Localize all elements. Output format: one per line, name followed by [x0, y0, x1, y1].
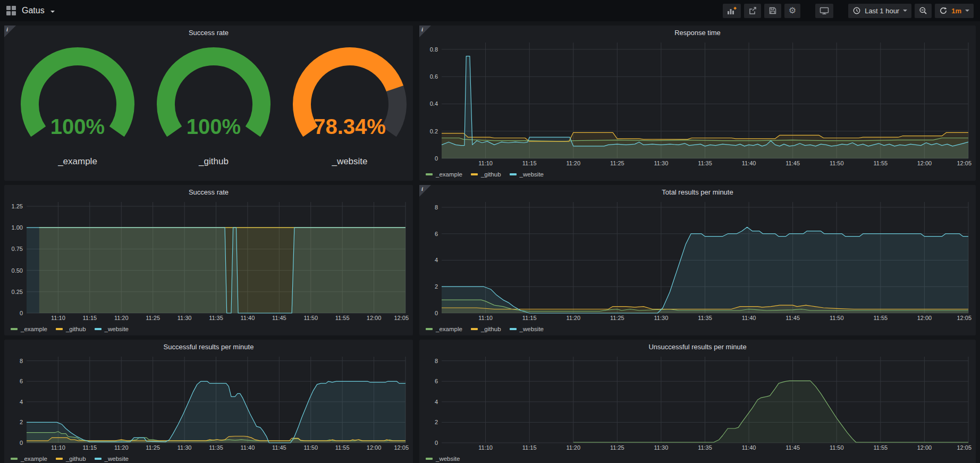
- dashboard-title[interactable]: Gatus: [22, 6, 45, 15]
- chart-canvas[interactable]: 11:1011:1511:2011:2511:3011:3511:4011:45…: [423, 353, 973, 451]
- panel-title[interactable]: Successful results per minute: [4, 340, 413, 353]
- svg-text:4: 4: [20, 399, 23, 405]
- gauge-arc: 78.34%: [282, 41, 418, 154]
- caret-down-icon: [50, 11, 55, 13]
- legend-item[interactable]: _website: [426, 456, 460, 462]
- legend-swatch-icon: [56, 328, 63, 330]
- svg-text:11:25: 11:25: [610, 315, 624, 321]
- panel-success-rate-gauges: i Success rate 100% _example 100% _githu…: [4, 26, 413, 181]
- panel-successful-results: i Successful results per minute 11:1011:…: [4, 340, 413, 463]
- svg-text:11:35: 11:35: [698, 315, 712, 321]
- info-icon: i: [6, 26, 8, 32]
- legend-item[interactable]: _website: [510, 171, 544, 178]
- chart-canvas[interactable]: 11:1011:1511:2011:2511:3011:3511:4011:45…: [7, 199, 410, 322]
- panel-success-rate-graph: i Success rate 11:1011:1511:2011:2511:30…: [4, 185, 413, 335]
- bar-chart-plus-icon: [727, 6, 737, 15]
- panel-info-corner[interactable]: i: [419, 26, 431, 37]
- svg-text:11:55: 11:55: [873, 444, 888, 451]
- panel-title[interactable]: Success rate: [4, 185, 413, 199]
- legend-item[interactable]: _example: [11, 456, 47, 462]
- zoom-out-button[interactable]: [915, 4, 932, 18]
- legend-label: _github: [481, 326, 501, 332]
- svg-text:11:20: 11:20: [566, 315, 580, 321]
- gauges-row: 100% _example 100% _github 78.34% _websi…: [10, 41, 408, 176]
- legend-item[interactable]: _website: [95, 326, 129, 332]
- gauge-label: _example: [58, 156, 97, 167]
- svg-text:11:40: 11:40: [742, 444, 756, 451]
- svg-text:11:30: 11:30: [178, 315, 192, 321]
- panel-info-corner[interactable]: i: [4, 26, 16, 37]
- svg-text:11:15: 11:15: [82, 444, 97, 451]
- panel-title[interactable]: Success rate: [4, 26, 413, 39]
- svg-text:12:05: 12:05: [957, 160, 971, 166]
- svg-text:12:05: 12:05: [957, 444, 971, 451]
- svg-text:0: 0: [435, 440, 438, 446]
- panel-title[interactable]: Total results per minute: [419, 185, 976, 199]
- legend-item[interactable]: _github: [56, 326, 86, 332]
- panel-info-corner[interactable]: i: [419, 185, 431, 197]
- gauge-label: _website: [332, 156, 367, 167]
- panel-title[interactable]: Response time: [419, 26, 976, 39]
- svg-text:8: 8: [435, 358, 438, 364]
- legend-label: _github: [481, 171, 501, 178]
- legend-item[interactable]: _github: [471, 171, 501, 178]
- svg-text:11:15: 11:15: [522, 160, 537, 166]
- legend-item[interactable]: _example: [426, 171, 462, 178]
- add-panel-button[interactable]: [723, 4, 741, 18]
- svg-text:11:10: 11:10: [478, 444, 493, 451]
- svg-text:0: 0: [435, 310, 438, 316]
- legend-swatch-icon: [95, 328, 102, 330]
- caret-down-icon: [903, 10, 907, 12]
- chart-legend: _website: [426, 456, 460, 462]
- svg-text:12:00: 12:00: [917, 160, 932, 166]
- svg-text:11:10: 11:10: [478, 315, 493, 321]
- svg-text:11:25: 11:25: [146, 444, 160, 451]
- floppy-save-icon: [768, 6, 777, 15]
- legend-label: _github: [66, 326, 86, 332]
- legend-swatch-icon: [426, 173, 433, 175]
- svg-text:100%: 100%: [187, 115, 241, 138]
- chart-canvas[interactable]: 11:1011:1511:2011:2511:3011:3511:4011:45…: [423, 199, 973, 322]
- svg-text:11:35: 11:35: [209, 444, 223, 451]
- dashboard-title-dropdown[interactable]: Gatus: [6, 6, 55, 15]
- save-button[interactable]: [764, 4, 781, 18]
- svg-text:12:05: 12:05: [394, 315, 409, 321]
- svg-text:12:00: 12:00: [917, 444, 932, 451]
- dashboard-grid: i Success rate 100% _example 100% _githu…: [0, 21, 980, 463]
- panel-title[interactable]: Unsuccessful results per minute: [419, 340, 976, 353]
- legend-item[interactable]: _example: [11, 326, 47, 332]
- legend-swatch-icon: [471, 328, 478, 330]
- svg-text:11:50: 11:50: [830, 315, 844, 321]
- svg-text:11:55: 11:55: [873, 160, 888, 166]
- gauge-label: _github: [199, 156, 229, 167]
- settings-button[interactable]: ⚙: [784, 4, 800, 18]
- chart-canvas[interactable]: 11:1011:1511:2011:2511:3011:3511:4011:45…: [423, 39, 973, 167]
- svg-text:11:55: 11:55: [873, 315, 888, 321]
- svg-text:11:30: 11:30: [654, 160, 669, 166]
- svg-text:11:40: 11:40: [241, 315, 255, 321]
- svg-text:11:15: 11:15: [522, 315, 537, 321]
- chart-legend: _example_github_website: [11, 326, 129, 332]
- share-icon: [748, 6, 757, 15]
- legend-label: _example: [436, 326, 462, 332]
- svg-text:11:25: 11:25: [610, 160, 624, 166]
- legend-item[interactable]: _website: [510, 326, 544, 332]
- legend-item[interactable]: _github: [471, 326, 501, 332]
- legend-item[interactable]: _example: [426, 326, 462, 332]
- cycle-view-button[interactable]: [815, 4, 833, 18]
- svg-text:11:10: 11:10: [51, 315, 65, 321]
- svg-text:8: 8: [435, 204, 438, 211]
- navbar-actions: ⚙ Last 1 hour: [723, 4, 974, 18]
- svg-text:11:15: 11:15: [82, 315, 97, 321]
- share-button[interactable]: [744, 4, 761, 18]
- chart-canvas[interactable]: 11:1011:1511:2011:2511:3011:3511:4011:45…: [7, 353, 410, 451]
- time-range-picker[interactable]: Last 1 hour: [848, 4, 911, 18]
- legend-item[interactable]: _github: [56, 456, 86, 462]
- svg-text:6: 6: [20, 378, 23, 384]
- svg-text:11:30: 11:30: [178, 444, 192, 451]
- svg-text:12:05: 12:05: [957, 315, 971, 321]
- refresh-picker[interactable]: 1m: [935, 4, 974, 18]
- svg-text:11:40: 11:40: [742, 160, 756, 166]
- legend-item[interactable]: _website: [95, 456, 129, 462]
- dashboards-grid-icon[interactable]: [6, 6, 16, 15]
